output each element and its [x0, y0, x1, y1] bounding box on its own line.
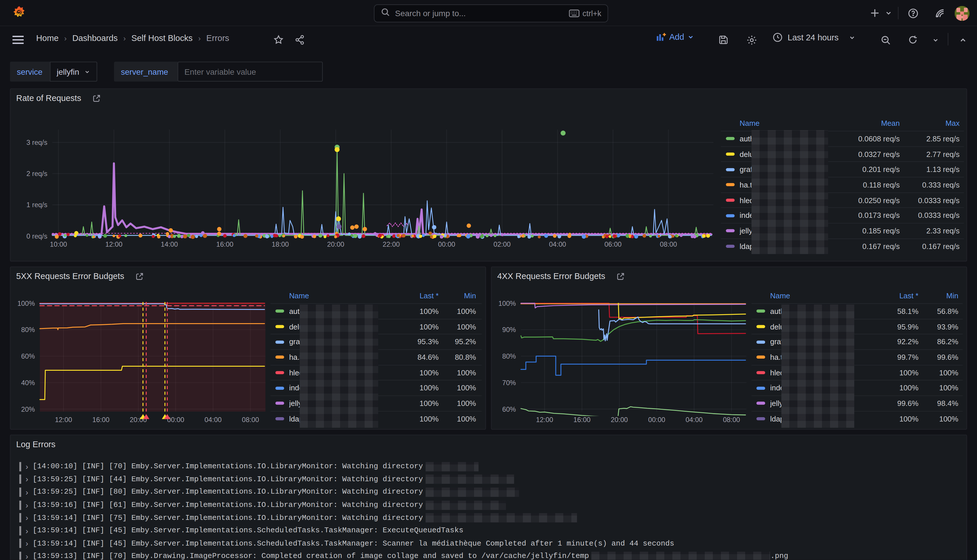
- svg-text:20:00: 20:00: [611, 416, 628, 423]
- svg-text:06:00: 06:00: [605, 241, 621, 248]
- service-variable-select[interactable]: jellyfin: [50, 62, 97, 82]
- log-row[interactable]: › [13:59:14] [INF] [45] Emby.Server.Impl…: [19, 537, 960, 550]
- series-last: 100%: [395, 415, 439, 423]
- series-max: 2.77 req/s: [900, 150, 959, 158]
- series-color-pill: [757, 340, 765, 343]
- series-color-pill: [726, 183, 735, 187]
- help-icon[interactable]: [905, 5, 920, 20]
- zoom-out-icon[interactable]: [878, 33, 892, 47]
- err4xx-chart[interactable]: 12:0016:0020:0000:0004:0008:00100%90%80%…: [497, 293, 752, 429]
- add-panel-button[interactable]: Add: [656, 32, 694, 42]
- svg-text:90%: 90%: [502, 326, 516, 333]
- svg-text:08:00: 08:00: [660, 241, 677, 248]
- log-expand-chevron-icon[interactable]: ›: [25, 513, 28, 522]
- log-level-bar: [19, 462, 21, 471]
- collapse-caret-up-icon[interactable]: [956, 33, 969, 47]
- svg-text:16:00: 16:00: [92, 416, 109, 423]
- series-last: 95.9%: [875, 322, 919, 331]
- log-rows: › [14:00:10] [INF] [70] Emby.Server.Impl…: [19, 460, 960, 560]
- series-mean: 0.201 req/s: [842, 165, 900, 174]
- rate-legend-header: Name Mean Max: [721, 116, 964, 131]
- log-row[interactable]: › [13:59:13] [INF] [70] Emby.Drawing.Ima…: [19, 550, 960, 560]
- log-expand-chevron-icon[interactable]: ›: [25, 500, 28, 510]
- redacted-names-overlay: [781, 304, 854, 428]
- legend-col-last[interactable]: Last *: [395, 292, 439, 300]
- user-avatar[interactable]: [954, 5, 969, 20]
- log-text: [13:59:25] [INF] [80] Emby.Server.Implem…: [33, 488, 423, 497]
- legend-col-min[interactable]: Min: [439, 292, 476, 300]
- search-input[interactable]: Search or jump to... ctrl+k: [374, 4, 608, 23]
- log-redacted-segment: [426, 488, 519, 497]
- legend-col-name[interactable]: Name: [740, 119, 842, 128]
- series-min: 93.9%: [919, 322, 958, 331]
- legend-col-mean[interactable]: Mean: [842, 119, 900, 128]
- log-expand-chevron-icon[interactable]: ›: [25, 552, 28, 560]
- new-chevron-down-icon[interactable]: [881, 5, 896, 20]
- series-color-pill: [726, 245, 735, 248]
- err5xx-legend-header: Name Last * Min: [271, 288, 482, 303]
- external-link-icon[interactable]: [616, 272, 625, 280]
- toolbar-divider: [948, 33, 949, 45]
- grafana-logo-icon[interactable]: [12, 5, 27, 20]
- series-color-pill: [276, 387, 284, 390]
- log-row[interactable]: › [13:59:16] [INF] [61] Emby.Server.Impl…: [19, 498, 960, 511]
- log-expand-chevron-icon[interactable]: ›: [25, 526, 28, 535]
- external-link-icon[interactable]: [135, 272, 144, 280]
- server-name-input[interactable]: Enter variable value: [177, 62, 323, 82]
- legend-col-max[interactable]: Max: [900, 119, 959, 128]
- log-row[interactable]: › [13:59:14] [INF] [45] Emby.Server.Impl…: [19, 524, 960, 537]
- err4xx-panel: 4XX Requests Error Budgets 12:0016:0020:…: [491, 267, 967, 430]
- breadcrumb-home[interactable]: Home: [36, 34, 58, 43]
- series-min: 100%: [919, 415, 958, 423]
- log-row[interactable]: › [13:59:14] [INF] [75] Emby.Server.Impl…: [19, 512, 960, 524]
- legend-col-last[interactable]: Last *: [875, 292, 919, 300]
- series-last: 100%: [395, 322, 439, 331]
- refresh-interval-chevron-icon[interactable]: [929, 33, 942, 47]
- log-expand-chevron-icon[interactable]: ›: [25, 539, 28, 548]
- menu-hamburger-icon[interactable]: [11, 33, 25, 47]
- series-last: 100%: [875, 415, 919, 423]
- share-icon[interactable]: [293, 33, 306, 47]
- time-range-picker[interactable]: Last 24 hours: [773, 32, 855, 42]
- news-rss-icon[interactable]: [932, 5, 947, 20]
- breadcrumb-dashboards[interactable]: Dashboards: [72, 34, 117, 43]
- log-text: [13:59:25] [INF] [44] Emby.Server.Implem…: [33, 475, 423, 483]
- legend-col-min[interactable]: Min: [919, 292, 958, 300]
- log-text: [13:59:13] [INF] [70] Emby.Drawing.Image…: [33, 552, 589, 560]
- new-button[interactable]: [867, 5, 882, 20]
- log-row[interactable]: › [13:59:25] [INF] [80] Emby.Server.Impl…: [19, 486, 960, 498]
- external-link-icon[interactable]: [92, 94, 101, 102]
- favorite-star-icon[interactable]: [272, 33, 285, 47]
- legend-col-name[interactable]: Name: [289, 292, 395, 300]
- clock-icon: [773, 32, 783, 42]
- log-expand-chevron-icon[interactable]: ›: [25, 462, 28, 471]
- search-icon: [381, 8, 390, 19]
- series-last: 100%: [395, 368, 439, 377]
- err4xx-panel-title[interactable]: 4XX Requests Error Budgets: [497, 272, 625, 281]
- rate-panel-title[interactable]: Rate of Requests: [16, 93, 101, 103]
- err5xx-chart[interactable]: 12:0016:0020:0000:0004:0008:00100%80%60%…: [16, 293, 271, 429]
- log-row[interactable]: › [14:00:10] [INF] [70] Emby.Server.Impl…: [19, 460, 960, 473]
- series-min: 100%: [439, 307, 476, 316]
- log-expand-chevron-icon[interactable]: ›: [25, 488, 28, 497]
- log-level-bar: [19, 475, 21, 484]
- logs-panel-title[interactable]: Log Errors: [16, 440, 55, 449]
- legend-col-name[interactable]: Name: [770, 292, 875, 300]
- err5xx-panel-title[interactable]: 5XX Requests Error Budgets: [16, 272, 144, 281]
- breadcrumb-folder[interactable]: Self Host Blocks: [131, 34, 192, 43]
- log-row[interactable]: › [13:59:25] [INF] [44] Emby.Server.Impl…: [19, 473, 960, 485]
- refresh-icon[interactable]: [906, 33, 920, 47]
- settings-gear-icon[interactable]: [745, 33, 758, 47]
- save-dashboard-button[interactable]: [716, 33, 730, 47]
- series-color-pill: [726, 229, 735, 233]
- log-errors-panel: Log Errors › [14:00:10] [INF] [70] Emby.…: [10, 435, 967, 560]
- dashboard-toolbar: Home› Dashboards› Self Host Blocks› Erro…: [0, 26, 977, 53]
- svg-text:2 req/s: 2 req/s: [26, 170, 47, 177]
- add-graph-icon: [656, 32, 666, 42]
- series-color-pill: [757, 387, 765, 390]
- svg-text:60%: 60%: [502, 406, 516, 413]
- breadcrumb: Home› Dashboards› Self Host Blocks› Erro…: [36, 34, 229, 43]
- series-last: 100%: [875, 384, 919, 392]
- svg-text:08:00: 08:00: [723, 416, 740, 423]
- log-expand-chevron-icon[interactable]: ›: [25, 475, 28, 484]
